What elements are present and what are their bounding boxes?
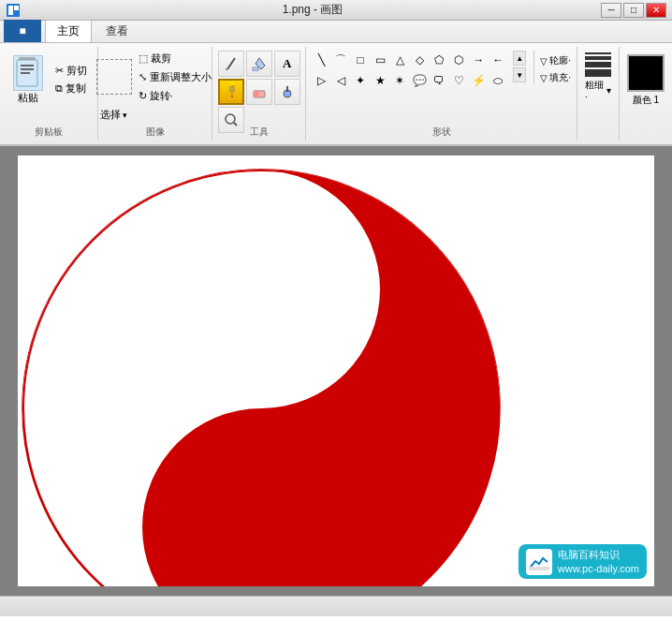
stroke-thicker[interactable] — [585, 69, 611, 77]
tab-view[interactable]: 查看 — [94, 20, 140, 42]
pencil-button[interactable] — [218, 51, 244, 77]
image-label: 图像 — [98, 126, 212, 140]
shape-star5[interactable]: ★ — [371, 71, 389, 90]
shape-lightning[interactable]: ⚡ — [469, 71, 488, 90]
stroke-thick[interactable] — [585, 62, 611, 67]
shapes-row-2: ▷ ◁ ✦ ★ ✶ 💬 🗨 ♡ ⚡ ⬭ — [312, 71, 507, 90]
shape-hexagon[interactable]: ⬡ — [449, 51, 468, 69]
svg-point-23 — [222, 250, 300, 329]
tools-grid: A — [218, 51, 300, 133]
svg-rect-11 — [231, 85, 235, 93]
text-button[interactable]: A — [274, 51, 300, 77]
color-picker-button[interactable] — [274, 79, 300, 105]
shape-arrow-right[interactable]: → — [469, 51, 488, 69]
clipboard-label: 剪贴板 — [0, 126, 97, 140]
stroke-label — [577, 139, 619, 140]
svg-point-24 — [222, 488, 300, 567]
stroke-thin[interactable] — [585, 52, 611, 54]
menu-icon: ■ — [19, 24, 25, 37]
fill-icon: ▽ — [540, 73, 548, 83]
svg-rect-1 — [8, 6, 13, 15]
shape-callout-rect[interactable]: 💬 — [410, 71, 429, 90]
shape-curve[interactable]: ⌒ — [331, 51, 350, 69]
watermark-brand: 电脑百科知识 — [558, 548, 639, 561]
color-group-label — [620, 139, 672, 140]
crop-button[interactable]: ⬚ 裁剪 — [136, 51, 214, 67]
watermark-icon — [526, 549, 552, 575]
shape-diamond[interactable]: ◇ — [410, 51, 429, 69]
tools-group: A — [212, 47, 306, 140]
yinyang-svg — [18, 155, 654, 586]
color-swatch[interactable] — [627, 54, 665, 92]
menu-button[interactable]: ■ — [4, 20, 41, 42]
clipboard-group: 粘贴 ✂ 剪切 ⧉ 复制 剪贴板 — [0, 47, 98, 140]
crop-icon: ⬚ — [139, 52, 148, 65]
stroke-group: 粗细·▾ — [577, 47, 620, 140]
close-button[interactable]: ✕ — [646, 3, 666, 18]
rotate-button[interactable]: ↻ 旋转· — [136, 88, 214, 104]
shape-chevron-right[interactable]: ▷ — [312, 71, 330, 90]
svg-rect-5 — [21, 65, 34, 67]
outline-icon: ▽ — [540, 56, 548, 67]
shapes-scroll: ▲ ▼ — [513, 51, 526, 82]
paste-icon — [13, 55, 43, 91]
watermark-site: www.pc-daily.com — [558, 562, 639, 575]
rotate-icon: ↻ — [139, 90, 147, 102]
resize-button[interactable]: ⤡ 重新调整大小 — [136, 69, 214, 85]
shapes-group: ╲ ⌒ □ ▭ △ ◇ ⬠ ⬡ → ← ▷ ◁ ✦ — [306, 47, 577, 140]
shape-star4[interactable]: ✦ — [351, 71, 370, 90]
minimize-button[interactable]: ─ — [601, 3, 621, 18]
shapes-content: ╲ ⌒ □ ▭ △ ◇ ⬠ ⬡ → ← ▷ ◁ ✦ — [312, 47, 571, 126]
clipboard-small-buttons: ✂ 剪切 ⧉ 复制 — [52, 63, 90, 96]
brush-button[interactable] — [218, 79, 244, 105]
clipboard-content: 粘贴 ✂ 剪切 ⧉ 复制 — [7, 47, 90, 126]
svg-rect-16 — [286, 86, 288, 92]
canvas-area[interactable]: 电脑百科知识 www.pc-daily.com — [0, 146, 672, 596]
shape-rect[interactable]: □ — [351, 51, 370, 69]
shapes-label: 形状 — [306, 126, 577, 140]
title-bar: 1.png - 画图 ─ □ ✕ — [0, 0, 672, 21]
ribbon-tab-bar: ■ 主页 查看 — [0, 21, 672, 43]
eraser-button[interactable] — [246, 79, 272, 105]
stroke-content: 粗细·▾ — [585, 47, 611, 126]
watermark-text: 电脑百科知识 www.pc-daily.com — [558, 548, 639, 575]
outline-fill-group: ▽ 轮廓· ▽ 填充· — [533, 51, 571, 84]
svg-point-17 — [226, 114, 235, 124]
shape-cylinder[interactable]: ⬭ — [489, 71, 507, 90]
shape-heart[interactable]: ♡ — [449, 71, 468, 90]
shape-callout-oval[interactable]: 🗨 — [430, 71, 448, 90]
shapes-scroll-up[interactable]: ▲ — [513, 51, 526, 66]
shape-arrow-left[interactable]: ← — [489, 51, 507, 69]
canvas[interactable]: 电脑百科知识 www.pc-daily.com — [18, 155, 654, 586]
watermark: 电脑百科知识 www.pc-daily.com — [519, 544, 647, 579]
tab-home[interactable]: 主页 — [45, 20, 92, 42]
shape-chevron-left[interactable]: ◁ — [331, 71, 350, 90]
maximize-button[interactable]: □ — [623, 3, 644, 18]
color-content: 颜色 1 — [627, 47, 665, 126]
paste-button[interactable]: 粘贴 — [7, 53, 49, 107]
shape-rect-round[interactable]: ▭ — [371, 51, 389, 69]
scissors-icon: ✂ — [55, 65, 64, 77]
shapes-row-1: ╲ ⌒ □ ▭ △ ◇ ⬠ ⬡ → ← — [312, 51, 507, 69]
shape-line[interactable]: ╲ — [312, 51, 330, 69]
svg-rect-7 — [21, 72, 30, 74]
copy-icon: ⧉ — [55, 82, 63, 95]
tools-label: 工具 — [212, 126, 305, 140]
stroke-medium[interactable] — [585, 56, 611, 60]
app-icon — [6, 3, 21, 18]
stroke-dropdown[interactable]: 粗细·▾ — [585, 79, 611, 102]
outline-button[interactable]: ▽ 轮廓· — [540, 54, 571, 67]
image-group: ⬚ 裁剪 ⤡ 重新调整大小 ↻ 旋转· 选择 — [98, 47, 212, 140]
fill-button[interactable] — [246, 51, 272, 77]
select-dropdown[interactable]: 选择 — [96, 106, 131, 124]
cut-button[interactable]: ✂ 剪切 — [52, 63, 90, 79]
fill-dropdown-button[interactable]: ▽ 填充· — [540, 71, 571, 84]
shapes-scroll-down[interactable]: ▼ — [513, 67, 526, 82]
image-content: ⬚ 裁剪 ⤡ 重新调整大小 ↻ 旋转· 选择 — [96, 47, 214, 137]
shape-pentagon[interactable]: ⬠ — [430, 51, 448, 69]
color-label: 颜色 1 — [633, 94, 659, 107]
copy-button[interactable]: ⧉ 复制 — [52, 81, 90, 96]
shape-triangle[interactable]: △ — [390, 51, 409, 69]
ribbon-toolbar: 粘贴 ✂ 剪切 ⧉ 复制 剪贴板 — [0, 43, 672, 146]
shape-star6[interactable]: ✶ — [390, 71, 409, 90]
